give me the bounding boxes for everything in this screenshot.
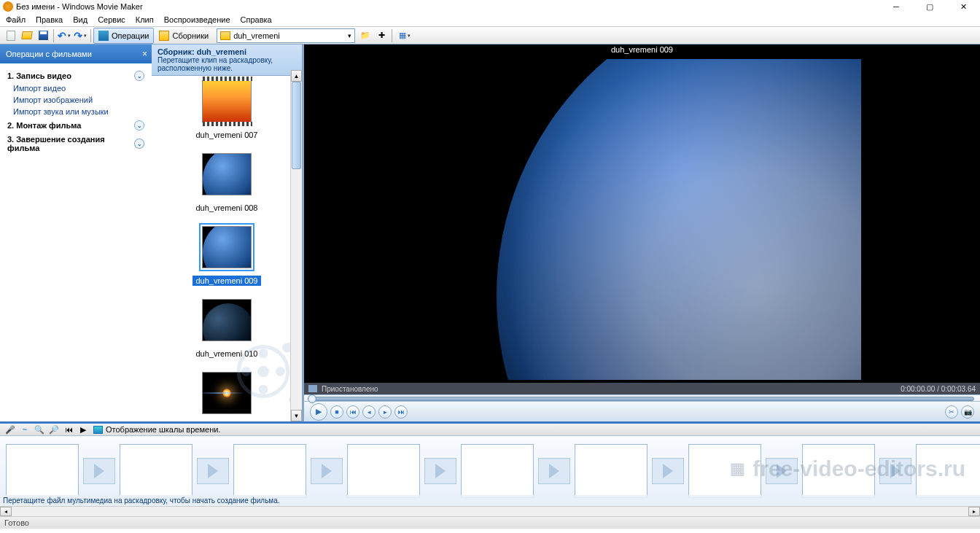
storyboard-thumb[interactable]: [347, 444, 420, 498]
storyboard-thumb[interactable]: [688, 444, 761, 498]
play-timeline-button[interactable]: ▶: [77, 424, 90, 435]
maximize-button[interactable]: ▢: [913, 0, 946, 13]
collection-combo[interactable]: duh_vremeni: [217, 28, 355, 43]
storyboard-slot[interactable]: [916, 444, 980, 498]
scroll-up-button[interactable]: ▲: [291, 70, 302, 82]
tasks-toggle-button[interactable]: Операции: [93, 28, 154, 44]
collections-toggle-button[interactable]: Сборники: [154, 28, 214, 44]
undo-button[interactable]: ↶▾: [57, 28, 71, 43]
clip-item[interactable]: duh_vremeni 007: [156, 80, 298, 140]
tasks-header-label: Операции с фильмами: [6, 50, 92, 58]
storyboard-thumb[interactable]: [120, 444, 192, 498]
menu-tools[interactable]: Сервис: [98, 15, 125, 24]
new-folder-button[interactable]: ✚: [374, 28, 389, 43]
clip-thumbnail: [202, 299, 252, 341]
storyboard-slot[interactable]: [688, 444, 798, 498]
timeline-toolbar: 🎤 ~ 🔍 🔎 ⏮ ▶ Отображение шкалы времени.: [0, 421, 980, 436]
minimize-button[interactable]: ─: [879, 0, 913, 13]
transition-slot[interactable]: [766, 458, 798, 484]
storyboard-slot[interactable]: [802, 444, 911, 498]
task-group-finish[interactable]: 3. Завершение создания фильма ⌄: [7, 132, 144, 154]
stop-button[interactable]: ■: [330, 405, 343, 419]
transition-slot[interactable]: [197, 458, 229, 484]
task-group-edit[interactable]: 2. Монтаж фильма ⌄: [7, 117, 144, 132]
menu-edit[interactable]: Правка: [36, 15, 63, 24]
collection-list[interactable]: duh_vremeni 007 duh_vremeni 008 duh_vrem…: [152, 76, 302, 421]
clip-item[interactable]: duh_vremeni 010: [156, 299, 298, 359]
menu-view[interactable]: Вид: [73, 15, 88, 24]
menu-playback[interactable]: Воспроизведение: [164, 15, 230, 24]
preview-video[interactable]: [304, 56, 980, 383]
step-forward-button[interactable]: ▸: [378, 405, 392, 419]
zoom-in-button[interactable]: 🔍: [33, 424, 46, 435]
transition-slot[interactable]: [311, 458, 343, 484]
split-button[interactable]: ✂: [945, 405, 958, 419]
tasks-close-icon[interactable]: ×: [142, 49, 147, 59]
collection-header: Сборник: duh_vremeni Перетащите клип на …: [152, 44, 302, 76]
scroll-down-button[interactable]: ▼: [291, 410, 302, 421]
view-options-button[interactable]: ▦▾: [395, 28, 414, 43]
close-button[interactable]: ✕: [946, 0, 980, 13]
menu-clip[interactable]: Клип: [136, 15, 154, 24]
transition-slot[interactable]: [879, 458, 911, 484]
storyboard-slot[interactable]: [6, 444, 115, 498]
film-icon: [308, 385, 317, 392]
transition-slot[interactable]: [652, 458, 684, 484]
timeline-icon: [93, 426, 103, 434]
playback-status: Приостановлено: [322, 385, 378, 393]
storyboard-slot[interactable]: [347, 444, 456, 498]
storyboard-hint: Перетащите файл мультимедиа на раскадров…: [3, 495, 980, 506]
tasks-panel: Операции с фильмами × 1. Запись видео ⌄ …: [0, 44, 152, 421]
save-project-button[interactable]: [36, 28, 50, 43]
new-project-button[interactable]: [4, 28, 18, 43]
audio-levels-button[interactable]: ~: [18, 424, 31, 435]
transition-slot[interactable]: [538, 458, 570, 484]
storyboard-slot[interactable]: [233, 444, 343, 498]
scroll-right-button[interactable]: ▸: [968, 507, 980, 516]
scroll-thumb[interactable]: [292, 82, 301, 169]
rewind-timeline-button[interactable]: ⏮: [62, 424, 75, 435]
collection-scrollbar[interactable]: ▲ ▼: [290, 70, 302, 421]
zoom-out-button[interactable]: 🔎: [47, 424, 61, 435]
set-narration-button[interactable]: 🎤: [4, 424, 17, 435]
storyboard[interactable]: ▦free-video-editors.ru Перетащите файл м…: [0, 436, 980, 506]
redo-button[interactable]: ↶▾: [73, 28, 88, 43]
expand-icon: ⌄: [134, 139, 144, 149]
scroll-left-button[interactable]: ◂: [0, 507, 12, 516]
step-back-button[interactable]: ◂: [362, 405, 376, 419]
clip-item-selected[interactable]: duh_vremeni 009: [156, 226, 298, 286]
prev-button[interactable]: ⏮: [346, 405, 359, 419]
storyboard-thumb[interactable]: [575, 444, 648, 498]
menu-help[interactable]: Справка: [241, 15, 272, 24]
seek-knob[interactable]: [308, 394, 316, 403]
storyboard-slot[interactable]: [575, 444, 684, 498]
snapshot-button[interactable]: 📷: [961, 405, 974, 419]
task-link-import-audio[interactable]: Импорт звука или музыки: [7, 106, 144, 117]
next-button[interactable]: ⏭: [394, 405, 408, 419]
transition-slot[interactable]: [83, 458, 115, 484]
menubar: Файл Правка Вид Сервис Клип Воспроизведе…: [0, 13, 980, 26]
toggle-timeline-view[interactable]: Отображение шкалы времени.: [90, 425, 223, 434]
task-link-import-video[interactable]: Импорт видео: [7, 82, 144, 94]
storyboard-thumb[interactable]: [916, 444, 980, 498]
storyboard-thumb[interactable]: [6, 444, 79, 498]
menu-file[interactable]: Файл: [6, 15, 26, 24]
storyboard-slot[interactable]: [461, 444, 570, 498]
play-button[interactable]: ▶: [310, 403, 327, 421]
storyboard-slot[interactable]: [120, 444, 229, 498]
task-group-capture-label: 1. Запись видео: [7, 71, 71, 80]
storyboard-thumb[interactable]: [233, 444, 306, 498]
seek-bar[interactable]: [310, 397, 974, 401]
up-level-button[interactable]: 📁: [358, 28, 373, 43]
storyboard-thumb[interactable]: [461, 444, 534, 498]
folder-icon: [159, 31, 169, 41]
clip-item[interactable]: [156, 372, 298, 414]
storyboard-scrollbar[interactable]: ◂ ▸: [0, 506, 980, 516]
storyboard-thumb[interactable]: [802, 444, 875, 498]
open-project-button[interactable]: [20, 28, 34, 43]
transition-slot[interactable]: [424, 458, 456, 484]
clip-item[interactable]: duh_vremeni 008: [156, 153, 298, 213]
app-icon: [3, 1, 13, 12]
task-group-capture[interactable]: 1. Запись видео ⌄: [7, 68, 144, 82]
task-link-import-images[interactable]: Импорт изображений: [7, 94, 144, 106]
